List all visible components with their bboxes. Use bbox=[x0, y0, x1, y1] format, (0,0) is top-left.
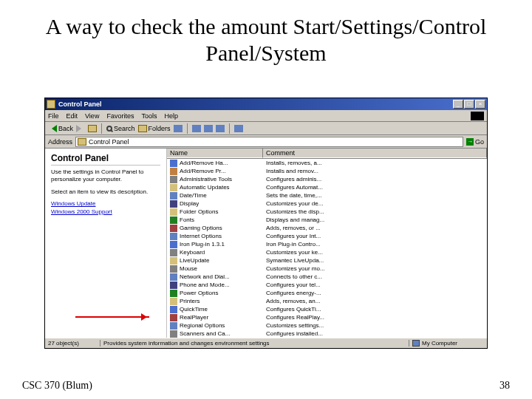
list-item[interactable]: KeyboardCustomizes your ke... bbox=[167, 248, 487, 256]
item-comment: Configures adminis... bbox=[263, 176, 487, 183]
item-comment: Symantec LiveUpda... bbox=[263, 257, 487, 264]
item-icon bbox=[170, 225, 177, 232]
list-item[interactable]: Automatic UpdatesConfigures Automat... bbox=[167, 183, 487, 191]
status-location: My Computer bbox=[409, 340, 487, 347]
item-comment: Customizes settings... bbox=[263, 322, 487, 329]
item-comment: Customizes your de... bbox=[263, 200, 487, 207]
search-icon bbox=[106, 126, 112, 132]
control-panel-icon bbox=[47, 100, 55, 109]
folders-icon bbox=[138, 125, 147, 132]
list-item[interactable]: LiveUpdateSymantec LiveUpda... bbox=[167, 256, 487, 265]
list-item[interactable]: Iron Plug-in 1.3.1Iron Plug-in Contro... bbox=[167, 240, 487, 248]
list-item[interactable]: Date/TimeSets the date, time,... bbox=[167, 191, 487, 200]
history-button[interactable] bbox=[174, 125, 183, 132]
list-item[interactable]: Internet OptionsConfigures your Int... bbox=[167, 232, 487, 240]
col-name[interactable]: Name bbox=[167, 149, 263, 158]
list-item[interactable]: Administrative ToolsConfigures adminis..… bbox=[167, 175, 487, 183]
item-name: Phone and Mode... bbox=[180, 282, 230, 288]
search-button[interactable]: Search bbox=[106, 125, 135, 132]
item-comment: Configures installed... bbox=[263, 330, 487, 337]
misc-icon bbox=[204, 125, 213, 132]
list-item[interactable]: QuickTimeConfigures QuickTi... bbox=[167, 305, 487, 313]
column-headers: Name Comment bbox=[167, 149, 487, 159]
tb-btn-1[interactable] bbox=[192, 125, 201, 132]
control-panel-window: Control Panel _ □ × File Edit View Favor… bbox=[44, 98, 488, 349]
maximize-button[interactable]: □ bbox=[464, 100, 474, 109]
item-icon bbox=[170, 298, 177, 305]
menu-file[interactable]: File bbox=[48, 112, 59, 120]
tb-btn-3[interactable] bbox=[216, 125, 225, 132]
list-item[interactable]: Folder OptionsCustomizes the disp... bbox=[167, 208, 487, 216]
list-item[interactable]: Regional OptionsCustomizes settings... bbox=[167, 321, 487, 330]
list-item[interactable]: Network and Dial...Connects to other c..… bbox=[167, 273, 487, 281]
misc-icon bbox=[216, 125, 225, 132]
minimize-button[interactable]: _ bbox=[453, 100, 463, 109]
list-item[interactable]: DisplayCustomizes your de... bbox=[167, 200, 487, 208]
computer-icon bbox=[412, 340, 420, 347]
item-list: Add/Remove Ha...Installs, removes, a...A… bbox=[167, 159, 487, 338]
item-name: Regional Options bbox=[180, 322, 225, 329]
item-comment: Configures RealPlay... bbox=[263, 314, 487, 321]
item-icon bbox=[170, 265, 177, 273]
item-comment: Iron Plug-in Contro... bbox=[263, 241, 487, 248]
list-item[interactable]: Scanners and Ca...Configures installed..… bbox=[167, 330, 487, 338]
windows-support-link[interactable]: Windows 2000 Support bbox=[51, 208, 160, 216]
tb-btn-4[interactable] bbox=[234, 125, 243, 132]
windows-update-link[interactable]: Windows Update bbox=[51, 200, 160, 208]
item-comment: Configures energy-... bbox=[263, 290, 487, 296]
item-name: Automatic Updates bbox=[180, 184, 230, 191]
list-item[interactable]: Phone and Mode...Configures your tel... bbox=[167, 281, 487, 289]
address-input[interactable]: Control Panel bbox=[75, 137, 463, 147]
go-button[interactable]: → Go bbox=[466, 138, 484, 146]
list-item[interactable]: MouseCustomizes your mo... bbox=[167, 265, 487, 273]
back-button[interactable]: Back bbox=[48, 125, 73, 132]
menu-tools[interactable]: Tools bbox=[141, 112, 157, 120]
item-name: Keyboard bbox=[180, 249, 205, 256]
item-name: Printers bbox=[180, 298, 200, 304]
status-count: 27 object(s) bbox=[45, 340, 100, 347]
close-button[interactable]: × bbox=[475, 100, 485, 109]
col-comment[interactable]: Comment bbox=[263, 149, 487, 158]
item-icon bbox=[170, 176, 177, 183]
list-item[interactable]: FontsDisplays and manag... bbox=[167, 216, 487, 224]
list-item[interactable]: Add/Remove Ha...Installs, removes, a... bbox=[167, 159, 487, 167]
item-comment: Displays and manag... bbox=[263, 216, 487, 223]
pane-desc2: Select an item to view its description. bbox=[51, 188, 160, 196]
item-name: Add/Remove Pr... bbox=[180, 168, 226, 174]
toolbar: Back Search Folders bbox=[45, 122, 487, 135]
item-name: Iron Plug-in 1.3.1 bbox=[180, 241, 225, 248]
arrow-left-icon bbox=[48, 125, 57, 132]
list-item[interactable]: RealPlayerConfigures RealPlay... bbox=[167, 313, 487, 321]
menu-view[interactable]: View bbox=[85, 112, 99, 120]
item-name: Network and Dial... bbox=[180, 273, 230, 280]
menu-help[interactable]: Help bbox=[164, 112, 178, 120]
slide-number: 38 bbox=[499, 380, 510, 392]
item-name: Folder Options bbox=[180, 208, 218, 215]
item-name: Display bbox=[180, 200, 199, 207]
list-item[interactable]: Gaming OptionsAdds, removes, or ... bbox=[167, 224, 487, 232]
item-icon bbox=[170, 160, 177, 167]
list-item[interactable]: Power OptionsConfigures energy-... bbox=[167, 289, 487, 297]
forward-button[interactable] bbox=[76, 125, 85, 132]
tb-btn-2[interactable] bbox=[204, 125, 213, 132]
item-comment: Customizes the disp... bbox=[263, 208, 487, 215]
misc-icon bbox=[192, 125, 201, 132]
menu-edit[interactable]: Edit bbox=[66, 112, 78, 120]
pane-desc: Use the settings in Control Panel to per… bbox=[51, 168, 160, 184]
menu-favorites[interactable]: Favorites bbox=[106, 112, 134, 120]
item-icon bbox=[170, 290, 177, 297]
item-icon bbox=[170, 249, 177, 256]
item-comment: Installs and remov... bbox=[263, 168, 487, 174]
item-comment: Configures your tel... bbox=[263, 282, 487, 288]
list-item[interactable]: Add/Remove Pr...Installs and remov... bbox=[167, 167, 487, 175]
up-button[interactable] bbox=[88, 125, 97, 132]
folder-up-icon bbox=[88, 125, 97, 132]
history-icon bbox=[174, 125, 183, 132]
folders-button[interactable]: Folders bbox=[138, 125, 171, 132]
list-item[interactable]: PrintersAdds, removes, an... bbox=[167, 297, 487, 305]
titlebar[interactable]: Control Panel _ □ × bbox=[45, 98, 487, 110]
item-name: Gaming Options bbox=[180, 225, 222, 231]
item-comment: Connects to other c... bbox=[263, 273, 487, 280]
item-name: Internet Options bbox=[180, 233, 222, 239]
item-icon bbox=[170, 273, 177, 281]
